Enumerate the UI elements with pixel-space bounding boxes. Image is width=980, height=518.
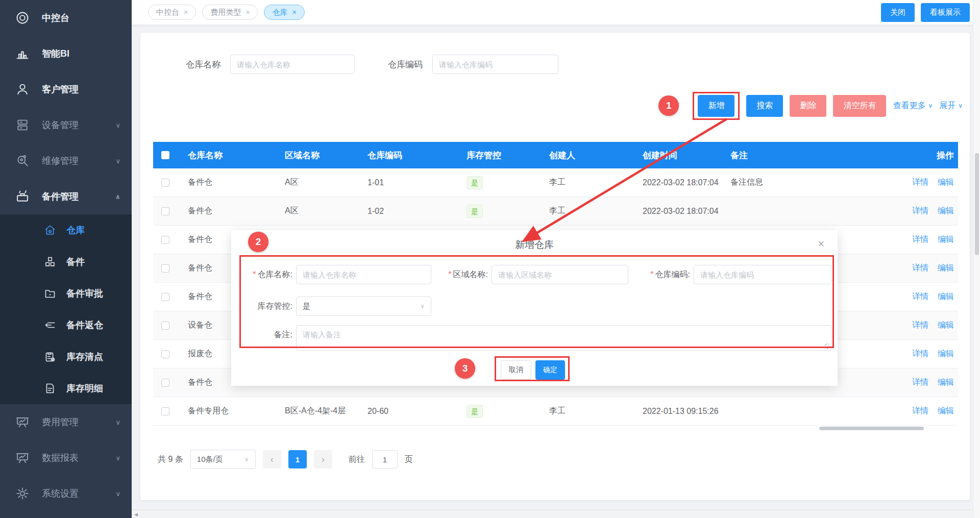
sidebar-item-label: 备件返仓 xyxy=(66,319,103,331)
sidebar-item-spare-mgmt[interactable]: 备件管理 ∧ xyxy=(0,179,132,214)
detail-link[interactable]: 详情 xyxy=(912,206,928,216)
expand-link[interactable]: 展开 ∨ xyxy=(939,101,963,111)
warehouse-name-input[interactable] xyxy=(230,55,355,74)
sidebar-item-stocktake[interactable]: 库存清点 xyxy=(0,341,132,373)
sidebar-item-spare[interactable]: 备件 xyxy=(0,246,132,278)
modal-remark-textarea[interactable] xyxy=(296,325,832,351)
row-checkbox[interactable] xyxy=(161,207,169,215)
board-display-button[interactable]: 看板展示 xyxy=(921,3,970,22)
detail-link[interactable]: 详情 xyxy=(912,349,928,359)
edit-link[interactable]: 编辑 xyxy=(938,206,954,216)
sidebar-item-reports[interactable]: 数据报表 ∨ xyxy=(0,440,132,476)
sidebar-item-devices[interactable]: 设备管理 ∨ xyxy=(0,107,132,143)
row-checkbox[interactable] xyxy=(161,264,169,273)
row-checkbox[interactable] xyxy=(161,407,169,415)
vertical-scrollbar[interactable] xyxy=(973,0,980,518)
row-checkbox[interactable] xyxy=(161,179,169,187)
sidebar-item-bi[interactable]: 智能BI xyxy=(0,36,132,71)
view-more-link[interactable]: 查看更多 ∨ xyxy=(893,101,933,111)
tab-console[interactable]: 中控台 × xyxy=(148,5,196,20)
field-warehouse-name: *仓库名称: xyxy=(244,265,431,284)
next-page-button[interactable]: › xyxy=(314,450,332,468)
sidebar-item-console[interactable]: 中控台 xyxy=(0,0,132,36)
stock-control-select[interactable]: 是 ∨ xyxy=(296,297,431,316)
row-checkbox[interactable] xyxy=(161,350,169,358)
confirm-button[interactable]: 确定 xyxy=(535,360,565,380)
row-checkbox[interactable] xyxy=(161,293,169,301)
status-badge: 是 xyxy=(467,176,483,189)
chevron-down-icon: ∨ xyxy=(115,454,120,462)
edit-link[interactable]: 编辑 xyxy=(938,263,954,274)
scroll-left-icon[interactable]: ◀ xyxy=(134,512,138,517)
edit-link[interactable]: 编辑 xyxy=(938,377,954,388)
cell-created: 2022-03-02 18:07:04 xyxy=(632,178,720,187)
col-actions: 操作 xyxy=(881,150,958,161)
edit-link[interactable]: 编辑 xyxy=(938,320,954,331)
close-icon[interactable]: × xyxy=(184,8,188,16)
table-horizontal-scrollbar-thumb[interactable] xyxy=(819,427,924,430)
bar-chart-icon xyxy=(15,46,30,61)
edit-link[interactable]: 编辑 xyxy=(938,291,954,302)
goto-label: 前往 xyxy=(349,454,365,465)
repair-search-icon xyxy=(15,154,30,168)
annotation-box-add: 新增 xyxy=(693,92,740,120)
field-stock-control: 库存管控: 是 ∨ xyxy=(244,297,431,316)
close-icon[interactable]: × xyxy=(246,8,250,16)
chevron-down-icon: ∨ xyxy=(115,490,120,498)
modal-warehouse-code-input[interactable] xyxy=(694,265,831,284)
row-checkbox[interactable] xyxy=(161,379,169,387)
close-icon[interactable]: × xyxy=(818,237,824,251)
detail-link[interactable]: 详情 xyxy=(912,320,928,331)
toolbar: 1 新增 搜索 删除 清空所有 查看更多 ∨ 展开 ∨ xyxy=(658,93,963,118)
sidebar-item-spare-approval[interactable]: 备件审批 xyxy=(0,278,132,309)
required-icon: * xyxy=(448,270,451,279)
edit-link[interactable]: 编辑 xyxy=(938,349,954,359)
col-stock-control: 库存管控 xyxy=(456,150,539,161)
close-button[interactable]: 关闭 xyxy=(881,3,915,22)
modal-area-name-input[interactable] xyxy=(492,265,628,284)
edit-link[interactable]: 编辑 xyxy=(938,406,954,416)
detail-link[interactable]: 详情 xyxy=(912,177,928,188)
sidebar-item-repair[interactable]: 维修管理 ∨ xyxy=(0,143,132,179)
detail-link[interactable]: 详情 xyxy=(912,291,928,302)
detail-link[interactable]: 详情 xyxy=(912,377,928,388)
delete-button[interactable]: 删除 xyxy=(790,95,826,117)
goto-page-input[interactable] xyxy=(372,450,398,468)
sidebar-item-label: 备件 xyxy=(66,256,85,268)
edit-link[interactable]: 编辑 xyxy=(938,234,954,245)
page-size-select[interactable]: 10条/页 ∨ xyxy=(190,450,256,469)
cubes-icon xyxy=(44,256,56,268)
tab-label: 仓库 xyxy=(272,8,287,17)
select-all-checkbox[interactable] xyxy=(161,151,169,159)
row-checkbox[interactable] xyxy=(161,322,169,330)
field-warehouse-code: *仓库编码: xyxy=(640,265,832,284)
tab-warehouse[interactable]: 仓库 × xyxy=(264,5,304,20)
chevron-down-icon: ∨ xyxy=(115,121,120,129)
sidebar-item-settings[interactable]: 系统设置 ∨ xyxy=(0,476,132,511)
vertical-scrollbar-thumb[interactable] xyxy=(975,153,979,255)
horizontal-scrollbar[interactable]: ◀ xyxy=(132,510,973,518)
tab-expense-type[interactable]: 费用类型 × xyxy=(202,5,258,20)
cancel-button[interactable]: 取消 xyxy=(501,360,531,380)
sidebar-item-stock-detail[interactable]: 库存明细 xyxy=(0,373,132,404)
edit-link[interactable]: 编辑 xyxy=(938,177,954,188)
sidebar-item-warehouse[interactable]: 仓库 xyxy=(0,214,132,246)
detail-link[interactable]: 详情 xyxy=(912,263,928,274)
tab-label: 中控台 xyxy=(156,8,179,17)
col-remark: 备注 xyxy=(720,150,881,161)
resize-handle-icon[interactable] xyxy=(825,343,830,349)
clear-all-button[interactable]: 清空所有 xyxy=(833,95,886,117)
detail-link[interactable]: 详情 xyxy=(912,234,928,245)
sidebar-item-expense[interactable]: 费用管理 ∨ xyxy=(0,404,132,440)
detail-link[interactable]: 详情 xyxy=(912,406,928,416)
sidebar-item-spare-return[interactable]: 备件返仓 xyxy=(0,309,132,341)
page-1-button[interactable]: 1 xyxy=(288,450,307,468)
search-button[interactable]: 搜索 xyxy=(746,95,783,117)
sidebar-item-customers[interactable]: 客户管理 xyxy=(0,71,132,107)
prev-page-button[interactable]: ‹ xyxy=(263,450,281,468)
close-icon[interactable]: × xyxy=(292,8,296,16)
modal-warehouse-name-input[interactable] xyxy=(296,265,431,284)
row-checkbox[interactable] xyxy=(161,236,169,244)
add-button[interactable]: 新增 xyxy=(698,95,734,117)
warehouse-code-input[interactable] xyxy=(432,55,558,74)
